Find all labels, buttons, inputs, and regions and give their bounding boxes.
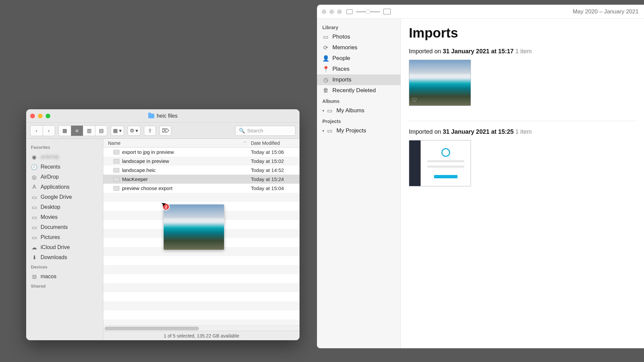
back-button[interactable]: ‹ (31, 126, 43, 136)
sidebar-item-label: Recents (41, 164, 60, 170)
zoom-large-icon[interactable] (383, 9, 391, 14)
file-row[interactable]: export to jpg in previewToday at 15:06 (103, 147, 300, 157)
people-icon: 👤 (322, 55, 329, 61)
sidebar-item-airdrop[interactable]: ◎AirDrop (26, 172, 103, 182)
sidebar-item-label: AirDrop (41, 174, 59, 180)
my-projects-item[interactable]: ▭ My Projects (317, 125, 400, 136)
sidebar-item-label: Movies (41, 214, 58, 220)
file-name: MacKeeper (122, 176, 148, 182)
sidebar-item-people[interactable]: 👤People (317, 53, 400, 64)
import-heading: Imported on 31 January 2021 at 15:17 1 i… (409, 48, 636, 55)
horizontal-scrollbar[interactable] (103, 325, 300, 331)
photos-icon: ▭ (322, 34, 329, 40)
favorite-icon[interactable]: ♡ (412, 97, 417, 104)
close-button[interactable] (30, 114, 35, 118)
finder-toolbar: ‹ › ▦ ≡ ▥ ▤ ▦ ▾ ⚙ ▾ ⇪ ⌦ 🔍 Search (26, 123, 300, 139)
status-bar: 1 of 5 selected, 135.22 GB available (103, 331, 300, 340)
my-albums-label: My Albums (336, 107, 364, 114)
sidebar-item-desktop[interactable]: ▭Desktop (26, 202, 103, 212)
sidebar-item-applications[interactable]: AApplications (26, 182, 103, 192)
disk-icon: ⊟ (31, 273, 38, 280)
window-controls (30, 114, 50, 118)
minimize-button[interactable] (38, 114, 43, 118)
folder-icon (148, 114, 154, 118)
sidebar-item-movies[interactable]: ▭Movies (26, 212, 103, 222)
my-albums-item[interactable]: ▭ My Albums (317, 105, 400, 116)
file-icon (113, 177, 119, 182)
sidebar-item-label: Recently Deleted (332, 87, 376, 94)
sidebar-item-recents[interactable]: 🕘Recents (26, 162, 103, 172)
recents-icon: 🕘 (31, 164, 38, 170)
close-button[interactable] (322, 9, 326, 14)
column-date[interactable]: Date Modified (251, 140, 300, 146)
finder-titlebar[interactable]: heic files (26, 109, 300, 123)
empty-stripes (103, 193, 300, 325)
window-title: heic files (148, 113, 177, 119)
list-view-button[interactable]: ≡ (71, 126, 83, 136)
album-icon: ▭ (326, 108, 333, 114)
folder-icon: ▭ (31, 194, 38, 200)
sidebar-item-downloads[interactable]: ⬇Downloads (26, 252, 103, 262)
import-heading: Imported on 31 January 2021 at 15:25 1 i… (409, 128, 636, 135)
scrollbar-thumb[interactable] (105, 327, 199, 330)
page-title: Imports (409, 25, 636, 41)
group-by-button[interactable]: ▦ ▾ (111, 126, 124, 136)
icon-view-button[interactable]: ▦ (59, 126, 71, 136)
photos-titlebar[interactable]: May 2020 – January 2021 (317, 5, 644, 19)
maximize-button[interactable] (337, 9, 342, 14)
zoom-knob[interactable] (366, 9, 370, 14)
divider (409, 121, 636, 121)
sidebar-item-macos[interactable]: ⊟macos (26, 272, 103, 282)
file-date: Today at 15:06 (251, 149, 300, 155)
user-icon: ◉ (31, 154, 38, 160)
maximize-button[interactable] (46, 114, 50, 118)
share-button[interactable]: ⇪ (144, 126, 156, 136)
sidebar-item-places[interactable]: 📍Places (317, 64, 400, 74)
sidebar-item-label: Applications (41, 184, 69, 190)
file-name: landscape in preview (122, 158, 169, 164)
file-row[interactable]: landscape in previewToday at 15:02 (103, 157, 300, 166)
gallery-view-button[interactable]: ▤ (95, 126, 107, 136)
import-thumbnail[interactable] (409, 140, 471, 186)
import-thumbnail[interactable]: ♡ (409, 60, 471, 106)
file-list[interactable]: export to jpg in previewToday at 15:06la… (103, 147, 300, 325)
sidebar-item-antichip[interactable]: ◉antichip (26, 152, 103, 162)
forward-button[interactable]: › (43, 126, 55, 136)
column-view-button[interactable]: ▥ (83, 126, 95, 136)
sidebar-item-pictures[interactable]: ▭Pictures (26, 232, 103, 242)
sidebar-item-memories[interactable]: ⟳Memories (317, 42, 400, 53)
import-count: 1 item (515, 128, 532, 135)
import-prefix: Imported on (409, 128, 443, 135)
project-icon: ▭ (326, 128, 333, 134)
sidebar-item-documents[interactable]: ▭Documents (26, 222, 103, 232)
photos-sidebar: Library ▭Photos⟳Memories👤People📍Places◷I… (317, 19, 401, 348)
sidebar-item-label: Pictures (41, 234, 60, 240)
file-row[interactable]: preview choose exportToday at 15:04 (103, 184, 300, 193)
pictures-icon: ▭ (31, 234, 38, 241)
file-row[interactable]: landscape.heicToday at 14:52 (103, 166, 300, 175)
photos-body: Library ▭Photos⟳Memories👤People📍Places◷I… (317, 19, 644, 348)
airdrop-icon: ◎ (31, 174, 38, 180)
minimize-button[interactable] (329, 9, 334, 14)
sort-caret-icon: ⌃ (244, 141, 246, 145)
zoom-slider[interactable] (356, 11, 380, 12)
sidebar-item-google-drive[interactable]: ▭Google Drive (26, 192, 103, 202)
zoom-small-icon[interactable] (346, 9, 353, 14)
action-button[interactable]: ⚙ ▾ (127, 126, 141, 136)
applications-icon: A (31, 184, 38, 190)
view-mode-group: ▦ ≡ ▥ ▤ (58, 125, 107, 136)
sidebar-item-photos[interactable]: ▭Photos (317, 32, 400, 42)
file-row[interactable]: MacKeeperToday at 15:24 (103, 175, 300, 184)
tags-button[interactable]: ⌦ (159, 126, 171, 136)
projects-section-title: Projects (317, 116, 400, 125)
sidebar-item-recently-deleted[interactable]: 🗑Recently Deleted (317, 85, 400, 96)
app-main-preview (421, 140, 471, 186)
search-box[interactable]: 🔍 Search (235, 126, 296, 136)
columns-header[interactable]: Name ⌃ Date Modified (103, 139, 300, 147)
sidebar-item-icloud-drive[interactable]: ☁iCloud Drive (26, 242, 103, 252)
movies-icon: ▭ (31, 214, 38, 221)
sidebar-item-imports[interactable]: ◷Imports (317, 74, 400, 85)
sidebar-item-label: Imports (332, 76, 352, 83)
column-name[interactable]: Name ⌃ (103, 140, 251, 146)
sidebar-item-label: iCloud Drive (41, 244, 70, 250)
